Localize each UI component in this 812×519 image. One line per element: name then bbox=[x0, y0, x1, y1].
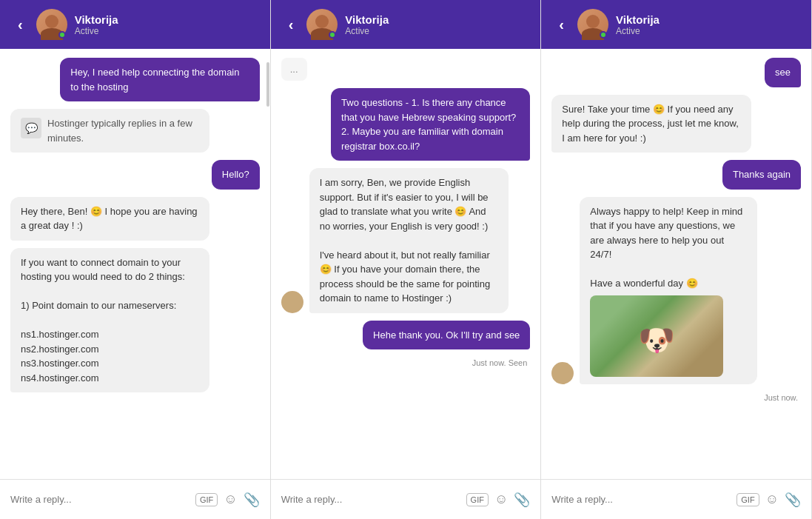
small-avatar-3-3 bbox=[551, 362, 574, 384]
status-dot-2 bbox=[329, 31, 336, 38]
gif-button-3[interactable]: GIF bbox=[736, 493, 759, 506]
avatar-3 bbox=[577, 9, 608, 40]
avatar-1 bbox=[36, 9, 67, 40]
message-2-1: Two questions - 1. Is there any chance t… bbox=[331, 88, 530, 161]
dog-image bbox=[590, 295, 723, 377]
back-button-2[interactable]: ‹ bbox=[283, 13, 300, 36]
attach-button-2[interactable]: 📎 bbox=[514, 492, 530, 508]
chat-messages-3: see Sure! Take your time 😊 If you need a… bbox=[541, 49, 811, 479]
gif-button-1[interactable]: GIF bbox=[195, 493, 218, 506]
message-row-3-3: Always happy to help! Keep in mind that … bbox=[551, 197, 801, 384]
chat-messages-1: Hey, I need help connecting the domain t… bbox=[0, 49, 270, 479]
attach-button-1[interactable]: 📎 bbox=[244, 492, 260, 508]
message-2-3-time: Just now. Seen bbox=[281, 358, 531, 367]
header-name-2: Viktorija bbox=[345, 13, 529, 26]
chat-header-3: ‹ Viktorija Active bbox=[541, 0, 811, 49]
gif-button-2[interactable]: GIF bbox=[466, 493, 489, 506]
chat-input-3[interactable] bbox=[551, 494, 731, 505]
back-button-1[interactable]: ‹ bbox=[12, 13, 29, 36]
message-2-2: I am sorry, Ben, we provide English supp… bbox=[309, 168, 509, 313]
message-1-2: 💬 Hostinger typically replies in a few m… bbox=[10, 109, 209, 153]
message-1-4: Hey there, Ben! 😊 I hope you are having … bbox=[10, 197, 209, 241]
chat-input-2[interactable] bbox=[281, 494, 460, 505]
header-info-3: Viktorija Active bbox=[616, 13, 799, 36]
chat-messages-2: ... Two questions - 1. Is there any chan… bbox=[271, 49, 541, 479]
header-status-1: Active bbox=[75, 26, 258, 36]
header-name-3: Viktorija bbox=[616, 13, 799, 26]
chat-header-2: ‹ Viktorija Active bbox=[271, 0, 541, 49]
status-dot-1 bbox=[58, 31, 66, 38]
chat-panel-2: ‹ Viktorija Active ... Two questions - 1… bbox=[271, 0, 542, 519]
chat-header-1: ‹ Viktorija Active bbox=[0, 0, 270, 49]
back-button-3[interactable]: ‹ bbox=[553, 13, 570, 36]
header-status-3: Active bbox=[616, 26, 799, 36]
emoji-button-2[interactable]: ☺ bbox=[494, 492, 508, 507]
header-name-1: Viktorija bbox=[75, 13, 258, 26]
input-actions-1: GIF ☺ 📎 bbox=[195, 492, 260, 508]
message-2-0: ... bbox=[281, 58, 307, 81]
header-status-2: Active bbox=[345, 26, 529, 36]
input-actions-2: GIF ☺ 📎 bbox=[466, 492, 531, 508]
emoji-button-1[interactable]: ☺ bbox=[224, 492, 237, 507]
avatar-2 bbox=[306, 9, 338, 40]
system-icon: 💬 bbox=[21, 118, 41, 138]
emoji-button-3[interactable]: ☺ bbox=[765, 492, 779, 507]
message-3-3-time: Just now. bbox=[551, 393, 801, 402]
message-3-3: Always happy to help! Keep in mind that … bbox=[580, 197, 757, 384]
message-1-1: Hey, I need help connecting the domain t… bbox=[60, 58, 259, 101]
header-info-2: Viktorija Active bbox=[345, 13, 529, 36]
message-1-5: If you want to connect domain to your ho… bbox=[10, 248, 209, 393]
message-3-1: Sure! Take your time 😊 If you need any h… bbox=[551, 95, 751, 153]
header-info-1: Viktorija Active bbox=[75, 13, 258, 36]
small-avatar-2-2 bbox=[281, 291, 303, 313]
chat-panel-3: ‹ Viktorija Active see Sure! Take your t… bbox=[541, 0, 812, 519]
chat-panel-1: ‹ Viktorija Active Hey, I need help conn… bbox=[0, 0, 271, 519]
scrollbar-1[interactable] bbox=[266, 47, 270, 479]
chat-input-bar-1: GIF ☺ 📎 bbox=[0, 479, 270, 519]
chat-input-bar-3: GIF ☺ 📎 bbox=[541, 479, 811, 519]
message-row-2-2: I am sorry, Ben, we provide English supp… bbox=[281, 168, 531, 313]
status-dot-3 bbox=[600, 31, 607, 38]
message-1-3: Hello? bbox=[212, 160, 260, 190]
attach-button-3[interactable]: 📎 bbox=[785, 492, 801, 508]
message-2-3: Hehe thank you. Ok I'll try and see bbox=[363, 321, 530, 350]
chat-input-1[interactable] bbox=[10, 494, 189, 505]
message-3-2: Thanks again bbox=[722, 160, 801, 190]
message-3-0: see bbox=[765, 58, 801, 87]
input-actions-3: GIF ☺ 📎 bbox=[736, 492, 801, 508]
chat-input-bar-2: GIF ☺ 📎 bbox=[271, 479, 541, 519]
